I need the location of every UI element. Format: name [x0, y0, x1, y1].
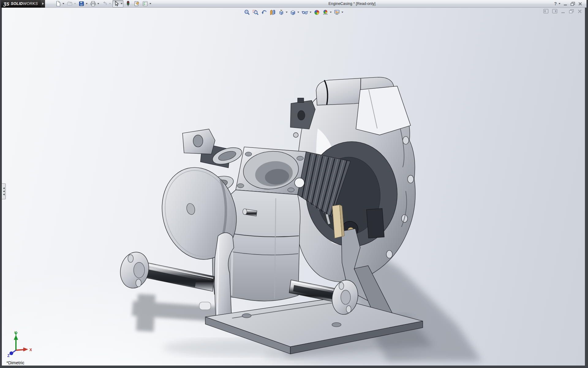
display-style-button[interactable]	[289, 9, 300, 16]
open-folder-icon	[67, 1, 73, 7]
undo-icon	[102, 1, 108, 7]
previous-view-icon	[261, 9, 267, 16]
document-window-controls	[543, 9, 582, 13]
close-window-button[interactable]	[578, 2, 582, 6]
carb-flange[interactable]	[236, 147, 306, 195]
file-properties-button[interactable]	[133, 0, 141, 7]
hide-show-items-icon	[301, 9, 308, 16]
solidworks-logo-bold: SOLID	[11, 2, 23, 6]
new-button[interactable]	[54, 0, 65, 7]
close-document-button[interactable]	[578, 9, 582, 13]
open-button[interactable]	[66, 0, 77, 7]
view-orientation-label: *Dimetric	[6, 360, 24, 365]
apply-scene-icon	[322, 9, 329, 16]
view-settings-icon	[334, 9, 340, 16]
open-dropdown-caret[interactable]	[74, 3, 76, 4]
featuremanager-collapsed-tab[interactable]	[2, 183, 6, 199]
quick-access-toolbar	[54, 0, 152, 7]
document-title: EngineCasing * [Read-only]	[152, 2, 552, 6]
hide-show-items-button[interactable]	[300, 9, 312, 16]
menu-expand-button[interactable]	[41, 0, 45, 8]
expand-left-arrow-icon	[3, 194, 5, 195]
new-document-icon	[55, 1, 61, 7]
engine-casing-3d-model[interactable]	[2, 8, 585, 366]
solidworks-logo: ƷS SOLIDWORKS	[1, 0, 41, 8]
select-button[interactable]	[112, 0, 123, 7]
app-window: ƷS SOLIDWORKS	[0, 0, 588, 368]
featuremanager-pane-right-button[interactable]	[552, 9, 557, 13]
expand-left-arrow-icon	[3, 187, 5, 189]
window-controls: ?	[552, 1, 586, 6]
triad-x-label: X	[29, 347, 32, 352]
select-cursor-icon	[113, 1, 119, 7]
triad-y-label: Y	[14, 331, 17, 335]
restore-window-button[interactable]	[571, 2, 575, 6]
solidworks-logo-glyph: ƷS	[3, 1, 9, 6]
title-bar: ƷS SOLIDWORKS	[1, 0, 586, 8]
apply-scene-caret[interactable]	[330, 12, 332, 13]
triad-z-label: Z	[7, 354, 9, 358]
restore-document-button[interactable]	[569, 9, 574, 13]
view-orientation-caret[interactable]	[286, 12, 288, 13]
previous-view-button[interactable]	[260, 9, 268, 16]
display-style-icon	[290, 9, 296, 16]
graphics-viewport[interactable]: X Y Z *Dimetric	[2, 8, 585, 366]
expand-left-arrow-icon	[3, 190, 5, 192]
apply-scene-button[interactable]	[321, 9, 333, 16]
edit-appearance-icon	[314, 9, 320, 16]
view-settings-caret[interactable]	[341, 12, 343, 13]
solidworks-logo-light: WORKS	[23, 2, 38, 6]
save-button[interactable]	[77, 0, 89, 7]
print-icon	[90, 1, 96, 7]
help-button[interactable]: ?	[554, 1, 557, 6]
section-view-button[interactable]	[269, 9, 277, 16]
rebuild-stoplight-icon	[125, 1, 131, 7]
featuremanager-pane-left-button[interactable]	[543, 9, 548, 13]
minimize-document-button[interactable]	[561, 9, 565, 13]
help-dropdown-caret[interactable]	[559, 3, 560, 4]
options-dropdown-caret[interactable]	[149, 3, 151, 4]
edit-appearance-button[interactable]	[313, 9, 321, 16]
hide-show-items-caret[interactable]	[310, 12, 311, 13]
print-dropdown-caret[interactable]	[97, 3, 99, 4]
minimize-window-button[interactable]	[564, 2, 567, 6]
undo-dropdown-caret[interactable]	[109, 3, 111, 4]
new-dropdown-caret[interactable]	[62, 3, 64, 4]
view-settings-button[interactable]	[333, 9, 344, 16]
select-dropdown-caret[interactable]	[121, 3, 123, 4]
heads-up-view-toolbar	[2, 9, 585, 16]
zoom-to-fit-button[interactable]	[243, 9, 251, 16]
save-floppy-icon	[78, 1, 85, 7]
view-orientation-icon	[278, 9, 285, 16]
menu-expand-icon	[42, 2, 44, 5]
zoom-to-area-icon	[252, 9, 259, 16]
zoom-to-area-button[interactable]	[251, 9, 260, 16]
options-checklist-icon	[142, 1, 148, 7]
orientation-triad: X Y Z	[4, 331, 32, 358]
print-button[interactable]	[89, 0, 100, 7]
file-properties-icon	[134, 1, 140, 7]
display-style-caret[interactable]	[297, 12, 299, 13]
rebuild-button[interactable]	[124, 0, 132, 7]
save-dropdown-caret[interactable]	[86, 3, 88, 4]
view-orientation-button[interactable]	[277, 9, 288, 16]
zoom-to-fit-icon	[244, 9, 250, 16]
options-button[interactable]	[141, 0, 152, 7]
section-view-icon	[270, 9, 276, 16]
undo-button[interactable]	[101, 0, 112, 7]
